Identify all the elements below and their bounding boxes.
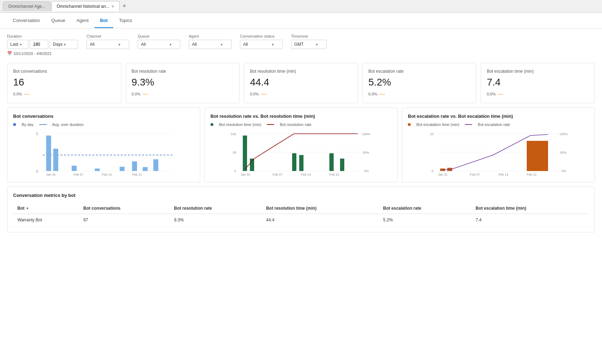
bar-chart-svg: 5 0 Jan 31 <box>13 130 194 176</box>
svg-rect-10 <box>132 161 137 171</box>
chart-title: Bot resolution rate vs. Bot resolution t… <box>210 114 392 119</box>
svg-rect-31 <box>340 159 344 171</box>
tab-topics[interactable]: Topics <box>113 13 138 28</box>
cell-escalation-rate: 5.2% <box>379 214 471 226</box>
chart-title: Bot conversations <box>13 114 194 119</box>
svg-rect-5 <box>46 136 51 171</box>
svg-rect-30 <box>329 153 334 171</box>
chart-container: 100 50 0 100% 50% 0% <box>210 130 392 176</box>
tab-active-label: Omnichannel historical an... <box>57 4 109 9</box>
chart-escalation: Bot escalation rate vs. Bot escalation t… <box>402 107 595 182</box>
svg-text:Feb 14: Feb 14 <box>301 173 311 176</box>
tab-conversation[interactable]: Conversation <box>7 13 46 28</box>
svg-text:0: 0 <box>234 169 236 173</box>
svg-text:0: 0 <box>432 169 433 173</box>
queue-dropdown[interactable]: All ▾ <box>138 40 180 49</box>
kpi-bot-conversations: Bot conversations 16 0.0% — <box>7 63 121 103</box>
cell-escalation-time: 7.4 <box>471 214 589 226</box>
kpi-bot-escalation-rate: Bot escalation rate 5.2% 0.0% — <box>362 63 477 103</box>
cell-resolution-rate: 9.3% <box>170 214 262 226</box>
kpi-value: 7.4 <box>487 77 589 88</box>
svg-text:0%: 0% <box>364 169 369 173</box>
legend-escalation-time-icon <box>408 123 411 126</box>
chart-bot-conversations: Bot conversations By day Avg. over durat… <box>7 107 200 182</box>
svg-rect-12 <box>153 159 158 171</box>
col-bot[interactable]: Bot ▼ <box>13 203 79 214</box>
filter-timezone: Timezone GMT ▾ <box>291 34 327 49</box>
tab-agent[interactable]: Agent <box>71 13 94 28</box>
chevron-down-icon: ▾ <box>170 43 171 46</box>
cell-bot-name: Warranty Bot <box>13 214 79 226</box>
tab-close-button[interactable]: × <box>111 4 114 9</box>
legend-resolution-rate-icon <box>267 124 274 125</box>
svg-text:Feb 07: Feb 07 <box>273 173 283 176</box>
chevron-down-icon: ▾ <box>316 43 318 46</box>
trend-dash-icon: — <box>24 91 30 97</box>
svg-rect-11 <box>143 167 148 171</box>
chart-legend: By day Avg. over duration <box>13 122 194 127</box>
tab-active[interactable]: Omnichannel historical an... × <box>51 1 120 11</box>
col-conversations[interactable]: Bot conversations <box>79 203 170 214</box>
svg-text:50%: 50% <box>560 151 567 154</box>
legend-avg-line-icon <box>39 124 46 125</box>
kpi-bot-resolution-rate: Bot resolution rate 9.3% 0.0% — <box>126 63 240 103</box>
filter-duration: Duration Last ▾ Days ▾ <box>7 34 78 49</box>
channel-dropdown[interactable]: All ▾ <box>87 40 129 49</box>
tab-inactive[interactable]: Omnichannel Age... <box>3 1 51 11</box>
agent-label: Agent <box>189 34 231 38</box>
kpi-bot-escalation-time: Bot escalation time (min) 7.4 0.0% — <box>481 63 595 103</box>
kpi-change: 0.0% — <box>487 91 589 97</box>
svg-rect-9 <box>120 167 125 171</box>
svg-text:Jan 31: Jan 31 <box>241 173 250 176</box>
main-content: Conversation Queue Agent Bot Topics Dura… <box>0 13 602 364</box>
conv-status-dropdown[interactable]: All ▾ <box>240 40 283 49</box>
duration-preset-select[interactable]: Last ▾ <box>7 40 28 49</box>
svg-rect-7 <box>72 166 77 171</box>
kpi-title: Bot resolution time (min) <box>250 69 352 74</box>
svg-text:Feb 07: Feb 07 <box>470 173 480 176</box>
svg-text:5: 5 <box>36 132 38 136</box>
new-tab-button[interactable]: + <box>120 2 128 10</box>
svg-rect-46 <box>527 141 548 171</box>
svg-rect-8 <box>95 169 100 171</box>
kpi-change: 0.0% — <box>250 91 352 97</box>
filters-section: Duration Last ▾ Days ▾ Channel <box>0 28 602 59</box>
legend-dot-icon <box>13 123 16 126</box>
date-range: 📅 10/11/2020 - 4/8/2021 <box>7 51 595 56</box>
svg-text:100: 100 <box>231 132 236 136</box>
browser-chrome: Omnichannel Age... Omnichannel historica… <box>0 0 602 13</box>
col-escalation-rate[interactable]: Bot escalation rate <box>379 203 471 214</box>
chart-legend: Bot resolution time (min) Bot resolution… <box>210 122 392 127</box>
col-resolution-time[interactable]: Bot resolution time (min) <box>262 203 379 214</box>
trend-dash-icon: — <box>143 91 148 97</box>
chevron-down-icon: ▾ <box>272 43 274 46</box>
filters-row: Duration Last ▾ Days ▾ Channel <box>7 34 595 49</box>
svg-rect-27 <box>250 159 254 171</box>
timezone-label: Timezone <box>291 34 327 38</box>
svg-text:Jan 31: Jan 31 <box>46 173 56 176</box>
svg-rect-26 <box>243 136 247 171</box>
svg-text:Feb 07: Feb 07 <box>73 173 83 176</box>
table-title: Conversation metrics by bot <box>13 193 589 198</box>
kpi-value: 16 <box>13 77 115 88</box>
duration-unit-select[interactable]: Days ▾ <box>50 40 78 49</box>
legend-escalation-rate-icon <box>465 124 472 125</box>
filter-channel: Channel All ▾ <box>87 34 129 49</box>
col-resolution-rate[interactable]: Bot resolution rate <box>170 203 262 214</box>
svg-rect-6 <box>53 149 58 171</box>
kpi-section: Bot conversations 16 0.0% — Bot resoluti… <box>0 59 602 107</box>
tab-queue[interactable]: Queue <box>46 13 71 28</box>
chevron-down-icon: ▾ <box>20 43 22 46</box>
kpi-title: Bot conversations <box>13 69 115 74</box>
channel-label: Channel <box>87 34 129 38</box>
timezone-dropdown[interactable]: GMT ▾ <box>291 40 327 49</box>
resolution-chart-svg: 100 50 0 100% 50% 0% <box>210 130 392 176</box>
kpi-title: Bot escalation time (min) <box>487 69 589 74</box>
queue-label: Queue <box>138 34 180 38</box>
tab-bot[interactable]: Bot <box>94 13 114 28</box>
nav-tabs: Conversation Queue Agent Bot Topics <box>0 13 602 28</box>
col-escalation-time[interactable]: Bot escalation time (min) <box>471 203 589 214</box>
charts-section: Bot conversations By day Avg. over durat… <box>0 107 602 187</box>
duration-value-input[interactable] <box>30 40 48 49</box>
agent-dropdown[interactable]: All ▾ <box>189 40 231 49</box>
